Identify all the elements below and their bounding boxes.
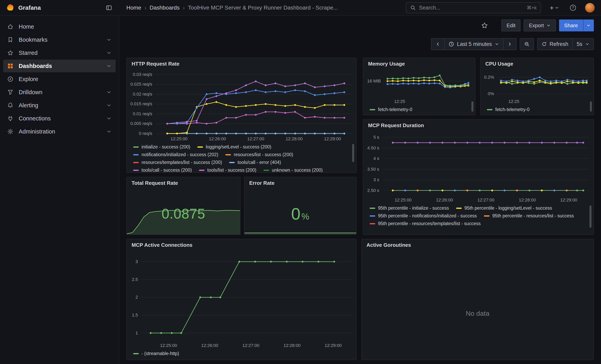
legend-scrollbar[interactable]	[590, 206, 591, 228]
memory-usage-chart[interactable]: 16 MiB12:25	[363, 68, 475, 105]
export-label: Export	[529, 22, 544, 29]
share-menu-button[interactable]	[583, 20, 594, 31]
svg-text:12:25:00: 12:25:00	[160, 343, 177, 348]
chevron-down-icon[interactable]	[106, 89, 112, 95]
svg-text:4.50 s: 4.50 s	[367, 146, 379, 150]
sidebar-item-home[interactable]: Home	[3, 20, 116, 33]
clock-icon	[449, 41, 454, 47]
legend-item[interactable]: 95th percentile - initialize - success	[370, 206, 449, 211]
svg-text:0 req/s: 0 req/s	[139, 131, 152, 136]
sidebar-item-connections[interactable]: Connections	[3, 112, 116, 125]
panel-scrollbar[interactable]	[471, 101, 473, 112]
export-button[interactable]: Export	[524, 20, 556, 31]
help-button[interactable]: ?	[568, 3, 578, 13]
time-range-picker[interactable]: Last 5 minutes	[445, 38, 503, 50]
svg-text:0.025 req/s: 0.025 req/s	[130, 82, 152, 87]
sidebar-item-starred[interactable]: Starred	[3, 47, 116, 59]
http-request-rate-chart[interactable]: 0.03 req/s0.025 req/s0.02 req/s0.015 req…	[127, 68, 356, 142]
breadcrumb-item[interactable]: Dashboards	[150, 5, 180, 11]
legend-item[interactable]: tools/call - success (200)	[133, 167, 192, 172]
sidebar-item-explore[interactable]: Explore	[3, 73, 116, 85]
legend-item[interactable]: tools/call - error (404)	[229, 160, 281, 165]
legend-swatch	[370, 109, 375, 110]
svg-text:0.02 req/s: 0.02 req/s	[133, 92, 152, 97]
panel-title[interactable]: Error Rate	[244, 177, 356, 187]
mcp-active-connections-chart[interactable]: 32.521.5112:25:0012:26:0012:27:0012:28:0…	[127, 250, 356, 349]
sidebar-item-bookmarks[interactable]: Bookmarks	[3, 33, 116, 46]
mega-menu-toggle-icon[interactable]	[104, 3, 114, 12]
legend-item[interactable]: - (streamable-http)	[133, 351, 179, 356]
refresh-interval-picker[interactable]: 5s	[572, 38, 594, 50]
legend-label: logging/setLevel - success (200)	[206, 144, 271, 150]
chevron-down-icon[interactable]	[106, 63, 112, 69]
svg-text:12:26:00: 12:26:00	[436, 197, 453, 202]
panel-title[interactable]: MCP Active Connections	[127, 239, 356, 250]
sidebar: HomeBookmarksStarredDashboardsExploreDri…	[0, 16, 119, 364]
legend-scrollbar[interactable]	[352, 144, 354, 162]
panel-title[interactable]: Total Request Rate	[127, 177, 240, 187]
panel-title[interactable]: CPU Usage	[481, 58, 593, 68]
legend-item[interactable]: resources/templates/list - success (200)	[133, 160, 222, 165]
panel-title[interactable]: HTTP Request Rate	[127, 58, 356, 68]
sidebar-item-label: Drilldown	[19, 89, 42, 96]
svg-text:0%: 0%	[488, 91, 494, 96]
legend-label: 95th percentile - notifications/initiali…	[378, 213, 477, 218]
sidebar-item-drilldown[interactable]: Drilldown	[3, 86, 116, 98]
svg-text:5 s: 5 s	[373, 135, 379, 140]
time-shift-forward-button[interactable]	[503, 38, 517, 50]
chevron-down-icon[interactable]	[106, 129, 112, 134]
legend-item[interactable]: logging/setLevel - success (200)	[197, 144, 271, 150]
share-label: Share	[564, 22, 578, 29]
chevron-down-icon[interactable]	[106, 50, 112, 56]
legend-swatch	[197, 147, 203, 148]
panel-title[interactable]: Active Goroutines	[362, 239, 593, 250]
legend-item[interactable]: fetch-telemetry-0	[487, 107, 530, 112]
search-placeholder: Search...	[419, 5, 441, 11]
svg-text:0.005 req/s: 0.005 req/s	[130, 121, 152, 126]
legend-label: unknown - success (200)	[272, 167, 323, 172]
panel-title[interactable]: MCP Request Duration	[363, 120, 593, 130]
legend-label: tools/call - error (404)	[238, 160, 281, 165]
chevron-down-icon[interactable]	[106, 37, 112, 42]
svg-text:0.03 req/s: 0.03 req/s	[133, 72, 152, 77]
legend-item[interactable]: notifications/initialized - success (202…	[133, 152, 218, 157]
legend-item[interactable]: 95th percentile - logging/setLevel - suc…	[456, 206, 552, 211]
sidebar-item-dashboards[interactable]: Dashboards	[3, 59, 116, 72]
panel-total-request-rate: Total Request Rate 0.0875	[126, 177, 240, 235]
favorite-star-icon[interactable]	[480, 20, 490, 30]
sidebar-item-label: Starred	[19, 50, 38, 56]
legend-item[interactable]: 95th percentile - resources/templates/li…	[370, 221, 481, 226]
chevron-down-icon[interactable]	[106, 103, 112, 108]
legend-item[interactable]: 95th percentile - resources/list - succe…	[484, 213, 574, 218]
sidebar-item-administration[interactable]: Administration	[3, 125, 116, 138]
grafana-logo-icon[interactable]	[6, 3, 14, 12]
dashboard-grid: HTTP Request Rate 0.03 req/s0.025 req/s0…	[119, 58, 601, 364]
legend-item[interactable]: initialize - success (200)	[133, 144, 190, 150]
legend-item[interactable]: resources/list - success (200)	[225, 152, 293, 157]
time-shift-back-button[interactable]	[431, 38, 445, 50]
panel-scrollbar[interactable]	[590, 101, 592, 112]
svg-text:12:25: 12:25	[394, 99, 405, 104]
legend-swatch	[484, 215, 490, 216]
cpu-usage-chart[interactable]: 0.2%0%12:25	[481, 68, 593, 105]
legend-label: tools/call - success (200)	[141, 167, 192, 172]
chevron-down-icon[interactable]	[106, 116, 112, 121]
sidebar-item-alerting[interactable]: Alerting	[3, 99, 116, 112]
legend-item[interactable]: fetch-telemetry-0	[370, 107, 412, 112]
share-button[interactable]: Share	[559, 20, 583, 31]
user-avatar[interactable]	[585, 3, 595, 12]
panel-http-request-rate: HTTP Request Rate 0.03 req/s0.025 req/s0…	[126, 58, 357, 173]
mcp-request-duration-chart[interactable]: 5 s4.50 s4 s3.50 s3 s2.50 s12:25:0012:26…	[363, 130, 593, 204]
legend-item[interactable]: unknown - success (200)	[263, 167, 323, 172]
refresh-button[interactable]: Refresh	[537, 38, 573, 50]
legend-item[interactable]: 95th percentile - notifications/initiali…	[370, 213, 477, 218]
edit-button[interactable]: Edit	[501, 20, 521, 31]
legend-item[interactable]: tools/list - success (200)	[199, 167, 256, 172]
panel-title[interactable]: Memory Usage	[363, 58, 475, 68]
search-input[interactable]: Search... ⌘+k	[406, 2, 541, 13]
zoom-out-icon	[524, 41, 530, 47]
zoom-out-button[interactable]	[520, 38, 534, 50]
breadcrumb-item[interactable]: Home	[126, 5, 141, 11]
add-new-button[interactable]: +	[548, 3, 561, 13]
legend-label: resources/templates/list - success (200)	[141, 160, 222, 165]
